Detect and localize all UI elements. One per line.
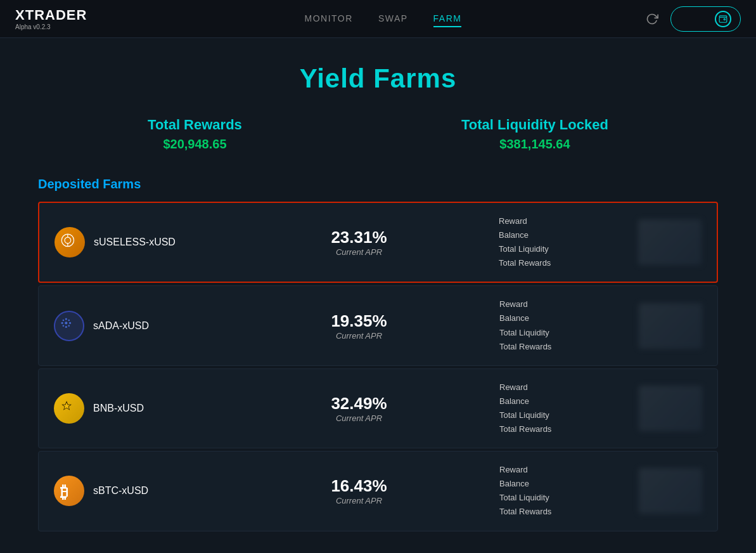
coin-icon-bnb	[54, 393, 84, 424]
farm-stats-area: RewardBalanceTotal LiquidityTotal Reward…	[499, 381, 626, 436]
farm-row[interactable]: sUSELESS-xUSD 23.31% Current APR RewardB…	[38, 202, 718, 283]
apr-value: 16.43%	[219, 476, 499, 496]
farm-stat-item: Total Rewards	[499, 422, 626, 436]
farm-icon-area: sADA-xUSD	[54, 311, 219, 341]
farm-stat-item: Balance	[499, 228, 625, 242]
coin-icon-useless	[54, 227, 85, 257]
apr-value: 23.31%	[219, 228, 499, 247]
svg-point-9	[69, 322, 71, 323]
farm-apr-area: 16.43% Current APR	[219, 476, 499, 505]
wallet-address	[682, 14, 710, 23]
farm-value-display	[638, 219, 702, 265]
farm-stat-item: Total Liquidity	[499, 326, 626, 340]
farm-action-area	[626, 386, 702, 431]
header-right	[641, 6, 741, 32]
svg-point-7	[65, 326, 67, 328]
farm-value-display	[639, 303, 702, 349]
farm-name: BNB-xUSD	[93, 403, 144, 414]
wallet-icon	[715, 11, 731, 27]
total-rewards-block: Total Rewards $20,948.65	[148, 117, 242, 152]
farm-stat-item: Total Rewards	[499, 340, 626, 354]
farm-apr-area: 19.35% Current APR	[219, 311, 499, 341]
main-content: Yield Farms Total Rewards $20,948.65 Tot…	[0, 38, 756, 553]
wallet-button[interactable]	[670, 6, 741, 32]
nav: MONITOR SWAP FARM	[125, 11, 641, 27]
total-liquidity-label: Total Liquidity Locked	[461, 117, 608, 133]
svg-rect-0	[719, 17, 727, 22]
apr-value: 19.35%	[219, 311, 499, 331]
farm-name: sBTC-xUSD	[93, 485, 148, 497]
total-liquidity-block: Total Liquidity Locked $381,145.64	[461, 117, 608, 152]
coin-icon-btc: ₿	[54, 476, 84, 506]
farm-stat-item: Total Liquidity	[499, 408, 626, 422]
farm-stats-area: RewardBalanceTotal LiquidityTotal Reward…	[499, 214, 625, 270]
svg-point-13	[68, 325, 70, 327]
farm-list: sUSELESS-xUSD 23.31% Current APR RewardB…	[38, 202, 718, 531]
svg-point-10	[63, 319, 65, 321]
svg-point-11	[68, 319, 70, 321]
refresh-button[interactable]	[641, 8, 663, 30]
deposited-farms-title: Deposited Farms	[38, 177, 718, 192]
stats-row: Total Rewards $20,948.65 Total Liquidity…	[38, 117, 718, 152]
header: XXTRADERTRADER Alpha v0.2.3 MONITOR SWAP…	[0, 0, 756, 38]
total-rewards-label: Total Rewards	[148, 117, 242, 133]
farm-value-display	[639, 386, 702, 431]
nav-farm[interactable]: FARM	[433, 11, 462, 27]
farm-icon-area: ₿ sBTC-xUSD	[54, 476, 219, 506]
total-rewards-value: $20,948.65	[148, 137, 242, 152]
farm-stat-item: Reward	[499, 463, 626, 477]
farm-stats-area: RewardBalanceTotal LiquidityTotal Reward…	[499, 463, 626, 519]
farm-stat-item: Balance	[499, 394, 626, 408]
farm-row[interactable]: sADA-xUSD 19.35% Current APR RewardBalan…	[38, 285, 718, 365]
apr-value: 32.49%	[219, 394, 499, 413]
apr-label: Current APR	[219, 247, 499, 257]
farm-action-area	[626, 468, 702, 514]
farm-name: sUSELESS-xUSD	[94, 237, 176, 248]
svg-point-5	[65, 322, 67, 324]
farm-stat-item: Reward	[499, 381, 626, 394]
svg-point-12	[63, 325, 65, 327]
svg-point-8	[61, 322, 63, 323]
nav-swap[interactable]: SWAP	[378, 11, 408, 27]
farm-apr-area: 32.49% Current APR	[219, 394, 499, 423]
farm-icon-area: sUSELESS-xUSD	[54, 227, 219, 257]
farm-name: sADA-xUSD	[93, 320, 149, 332]
svg-point-2	[65, 237, 71, 244]
logo: XXTRADERTRADER	[15, 7, 87, 23]
farm-apr-area: 23.31% Current APR	[219, 228, 499, 257]
farm-stat-item: Total Rewards	[499, 256, 625, 270]
farm-stats-area: RewardBalanceTotal LiquidityTotal Reward…	[499, 297, 626, 353]
farm-stat-item: Total Liquidity	[499, 491, 626, 505]
farm-value-display	[639, 468, 702, 514]
apr-label: Current APR	[219, 413, 499, 423]
svg-point-6	[65, 318, 67, 320]
page-title: Yield Farms	[38, 63, 718, 94]
farm-stat-item: Balance	[499, 311, 626, 325]
logo-area: XXTRADERTRADER Alpha v0.2.3	[15, 7, 87, 30]
coin-icon-ada	[54, 311, 84, 341]
farm-stat-item: Reward	[499, 297, 626, 311]
farm-stat-item: Total Liquidity	[499, 242, 625, 256]
farm-stat-item: Reward	[499, 214, 625, 228]
farm-icon-area: BNB-xUSD	[54, 393, 219, 424]
apr-label: Current APR	[219, 331, 499, 341]
farm-action-area	[626, 303, 702, 349]
apr-label: Current APR	[219, 496, 499, 505]
farm-stat-item: Balance	[499, 477, 626, 491]
farm-action-area	[625, 219, 702, 265]
farm-row[interactable]: ₿ sBTC-xUSD 16.43% Current APR RewardBal…	[38, 451, 718, 531]
farm-row[interactable]: BNB-xUSD 32.49% Current APR RewardBalanc…	[38, 368, 718, 448]
total-liquidity-value: $381,145.64	[461, 137, 608, 152]
svg-text:₿: ₿	[60, 483, 68, 500]
farm-stat-item: Total Rewards	[499, 505, 626, 519]
version-label: Alpha v0.2.3	[15, 23, 87, 30]
nav-monitor[interactable]: MONITOR	[305, 11, 353, 27]
